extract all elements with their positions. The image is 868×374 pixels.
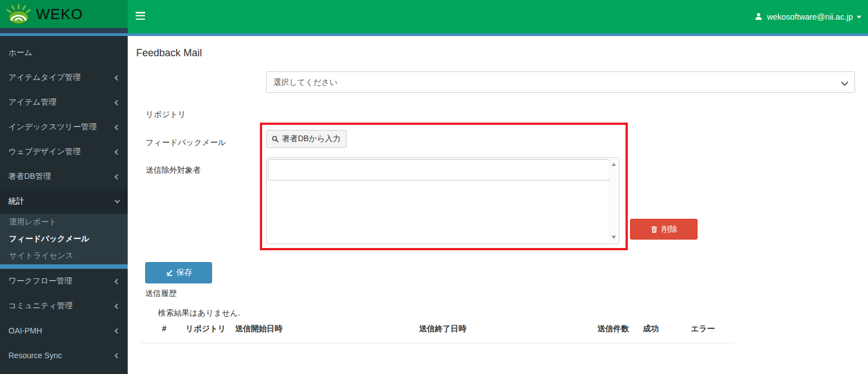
chevron-left-icon <box>115 100 120 105</box>
col-error: エラー <box>691 324 739 334</box>
caret-down-icon <box>857 16 861 19</box>
scrollbar[interactable] <box>609 159 618 242</box>
sidebar-highlight-bar <box>0 264 128 269</box>
col-send-count: 送信件数 <box>597 324 643 334</box>
sidebar-item-workflow-admin[interactable]: ワークフロー管理 <box>0 269 128 294</box>
history-table-header: # リポジトリ 送信開始日時 送信終了日時 送信件数 成功 エラー <box>162 324 739 334</box>
exclusion-highlight-box: 著者DBから入力 <box>260 123 628 250</box>
sidebar-item-itemtype-admin[interactable]: アイテムタイプ管理 <box>0 65 128 90</box>
user-icon <box>754 12 763 21</box>
chevron-left-icon <box>115 353 120 358</box>
save-button[interactable]: 保存 <box>145 262 212 283</box>
chevron-left-icon <box>115 328 120 334</box>
table-divider <box>141 343 735 344</box>
repository-label: リポジトリ <box>146 110 186 120</box>
sidebar-toggle-button[interactable] <box>136 11 147 21</box>
statistics-submenu: 運用レポート フィードバックメール サイトライセンス <box>0 214 128 264</box>
save-check-icon <box>165 269 173 277</box>
exclusion-target-label: 送信除外対象者 <box>146 165 201 175</box>
author-db-input-button[interactable]: 著者DBから入力 <box>266 130 347 148</box>
col-number: # <box>162 324 186 334</box>
sidebar-item-indextree-admin[interactable]: インデックスツリー管理 <box>0 115 128 139</box>
user-account-menu[interactable]: wekosoftware@nii.ac.jp <box>754 0 861 33</box>
col-start-datetime: 送信開始日時 <box>235 324 419 334</box>
delete-button[interactable]: 削除 <box>630 219 698 240</box>
search-icon <box>272 136 279 143</box>
main-content: Feedback Mail リポジトリ 選択してください フィードバックメール … <box>128 36 868 374</box>
sidebar-item-community-admin[interactable]: コミュニティ管理 <box>0 294 128 318</box>
repository-select[interactable]: 選択してください <box>266 71 855 93</box>
sidebar-nav: ホーム アイテムタイプ管理 アイテム管理 インデックスツリー管理 ウェブデザイン… <box>0 36 128 374</box>
trash-icon <box>650 226 658 233</box>
weko-logo-icon <box>6 3 32 25</box>
sidebar-item-webdesign-admin[interactable]: ウェブデザイン管理 <box>0 139 128 164</box>
sidebar-item-resource-sync[interactable]: Resource Sync <box>0 343 128 368</box>
sidebar-item-authordb-admin[interactable]: 著者DB管理 <box>0 164 128 189</box>
chevron-left-icon <box>115 75 120 80</box>
user-email: wekosoftware@nii.ac.jp <box>767 12 853 21</box>
submenu-item-site-license[interactable]: サイトライセンス <box>0 247 128 264</box>
sidebar-item-item-admin[interactable]: アイテム管理 <box>0 90 128 115</box>
submenu-item-operation-report[interactable]: 運用レポート <box>0 214 128 231</box>
chevron-left-icon <box>115 149 120 155</box>
col-success: 成功 <box>643 324 691 334</box>
chevron-left-icon <box>115 124 120 130</box>
chevron-down-icon <box>115 198 120 204</box>
sidebar-item-home[interactable]: ホーム <box>0 40 128 65</box>
chevron-left-icon <box>115 303 120 309</box>
sidebar-top-strip <box>0 28 128 33</box>
chevron-left-icon <box>115 278 120 284</box>
scroll-up-icon[interactable] <box>611 163 616 166</box>
send-history-title: 送信履歴 <box>145 289 177 299</box>
app-logo[interactable]: WEKO <box>0 0 128 28</box>
page-title: Feedback Mail <box>136 47 202 59</box>
top-navbar: wekosoftware@nii.ac.jp <box>128 0 868 33</box>
empty-result-message: 検索結果はありません. <box>158 308 240 318</box>
col-end-datetime: 送信終了日時 <box>419 324 597 334</box>
exclusion-email-input[interactable] <box>268 159 610 181</box>
feedback-mail-label: フィードバックメール <box>146 138 226 148</box>
chevron-left-icon <box>115 174 120 179</box>
exclusion-list-panel <box>266 157 619 244</box>
col-repository: リポジトリ <box>186 324 235 334</box>
brand-name: WEKO <box>36 6 83 23</box>
submenu-item-feedback-mail[interactable]: フィードバックメール <box>0 231 128 247</box>
sidebar-item-oai-pmh[interactable]: OAI-PMH <box>0 318 128 343</box>
sidebar-item-statistics[interactable]: 統計 <box>0 189 128 214</box>
scroll-down-icon[interactable] <box>611 236 616 239</box>
